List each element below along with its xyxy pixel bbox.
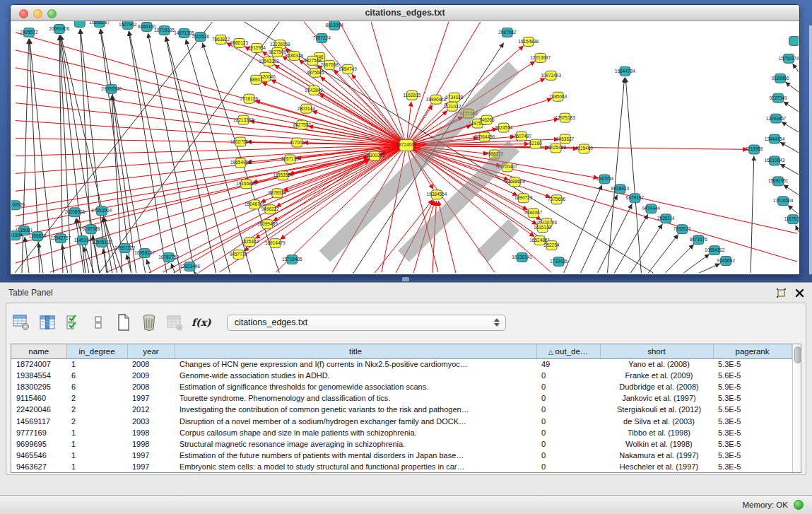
table-cell[interactable]: 0 [536,427,600,438]
table-cell[interactable]: 5.3E-5 [713,358,792,370]
table-cell[interactable]: Tourette syndrome. Phenomenology and cla… [175,392,536,404]
vertical-scrollbar[interactable] [792,344,801,472]
table-row[interactable]: 977716911998Corpus callosum shape and si… [11,427,792,438]
table-cell[interactable]: 2012 [127,404,175,415]
table-cell[interactable]: 18300295 [11,381,66,392]
column-header-out_de[interactable]: △out_de… [536,344,600,358]
table-cell[interactable]: 22420046 [11,404,66,415]
table-settings-button[interactable] [12,313,30,332]
table-cell[interactable]: Jankovic et al. (1997) [600,392,713,404]
table-cell[interactable]: Estimation of significance thresholds fo… [175,381,536,392]
table-cell[interactable]: Hescheler et al. (1997) [600,461,713,472]
table-cell[interactable]: 0 [536,404,600,415]
table-cell[interactable]: 0 [536,438,600,450]
table-cell[interactable]: 5.9E-5 [713,381,792,392]
function-builder-button[interactable]: f(x) [192,313,211,332]
table-cell[interactable]: 1997 [127,450,175,461]
table-cell[interactable]: 5.3E-5 [713,450,792,461]
table-cell[interactable]: Stergiakouli et al. (2012) [600,404,713,415]
table-row[interactable]: 946554611997Estimation of the future num… [11,450,792,461]
table-cell[interactable]: 1 [66,450,127,461]
close-panel-icon[interactable] [794,287,805,298]
table-cell[interactable]: Genome-wide association studies in ADHD. [175,370,536,381]
table-cell[interactable]: Yano et al. (2008) [600,358,713,370]
table-cell[interactable]: 0 [536,370,600,381]
table-cell[interactable]: 5.3E-5 [713,415,792,426]
table-cell[interactable]: 2 [66,392,127,404]
table-cell[interactable]: 2 [66,415,127,426]
table-cell[interactable]: 9777169 [11,427,66,438]
delete-trash-button[interactable] [141,313,158,332]
table-cell[interactable]: Franke et al. (2009) [600,370,713,381]
table-cell[interactable]: 2003 [127,415,175,426]
table-cell[interactable]: 5.5E-5 [713,404,792,415]
table-cell[interactable]: Disruption of a novel member of a sodium… [175,415,536,426]
table-cell[interactable]: 1 [66,427,127,438]
column-header-short[interactable]: short [600,344,713,358]
table-cell[interactable]: 1 [66,461,127,472]
table-cell[interactable]: 5.3E-5 [713,438,792,450]
table-cell[interactable]: 1998 [127,427,175,438]
table-cell[interactable]: Corpus callosum shape and size in male p… [175,427,536,438]
table-cell[interactable]: Tibbo et al. (1998) [600,427,713,438]
column-header-year[interactable]: year [127,344,175,358]
panel-splitter-handle[interactable] [402,277,409,281]
float-panel-icon[interactable] [775,287,787,298]
table-cell[interactable]: Estimation of the future numbers of pati… [175,450,536,461]
clear-selection-button[interactable] [90,313,107,332]
table-cell[interactable]: 9465546 [11,450,66,461]
table-row[interactable]: 1872400712008Changes of HCN gene express… [11,358,792,370]
table-cell[interactable]: 2008 [127,358,175,370]
table-row[interactable]: 1456911722003Disruption of a novel membe… [11,415,792,426]
network-window[interactable]: citations_edges.txt 24055722069140610655… [10,4,800,275]
table-cell[interactable]: Wolkin et al. (1998) [600,438,713,450]
column-header-in_degree[interactable]: in_degree [66,344,127,358]
table-row[interactable]: 969969511998Structural magnetic resonanc… [11,438,792,450]
table-cell[interactable]: Changes of HCN gene expression and I(f) … [175,358,536,370]
table-cell[interactable]: 49 [536,358,600,370]
table-cell[interactable]: 6 [66,370,127,381]
table-cell[interactable]: 1998 [127,438,175,450]
table-cell[interactable]: Dudbridge et al. (2008) [600,381,713,392]
table-row[interactable]: 1938455462009Genome-wide association stu… [11,370,792,381]
table-cell[interactable]: 0 [536,415,600,426]
table-row[interactable]: 911546021997Tourette syndrome. Phenomeno… [11,392,792,404]
table-row[interactable]: 2242004622012Investigating the contribut… [11,404,792,415]
column-header-title[interactable]: title [175,344,536,358]
new-table-button[interactable] [115,313,132,332]
table-cell[interactable]: 2009 [127,370,175,381]
table-cell[interactable]: 2 [66,404,127,415]
table-cell[interactable]: 0 [536,392,600,404]
table-cell[interactable]: Structural magnetic resonance image aver… [175,438,536,450]
table-cell[interactable]: 1997 [127,461,175,472]
table-cell[interactable]: 1 [66,438,127,450]
table-row[interactable]: 1830029562008Estimation of significance … [11,381,792,392]
table-cell[interactable]: 0 [536,381,600,392]
select-all-rows-button[interactable] [64,313,81,332]
table-cell[interactable]: 5.3E-5 [713,392,792,404]
table-cell[interactable]: 1997 [127,392,175,404]
table-cell[interactable]: 0 [536,461,600,472]
column-header-pagerank[interactable]: pagerank [713,344,792,358]
memory-status-dot[interactable] [794,500,804,510]
table-cell[interactable]: 1 [66,358,127,370]
table-selector-dropdown[interactable]: citations_edges.txt [227,315,506,331]
table-cell[interactable]: 9463627 [11,461,66,472]
table-cell[interactable]: 6 [66,381,127,392]
table-cell[interactable]: 0 [536,450,600,461]
table-cell[interactable]: 5.3E-5 [713,461,792,472]
network-canvas[interactable]: 2405572206914061065528715279028466160107… [11,21,799,274]
scrollbar-thumb[interactable] [794,346,801,363]
table-cell[interactable]: 5.6E-5 [713,370,792,381]
table-cell[interactable]: 18724007 [11,358,66,370]
table-cell[interactable]: 5.3E-5 [713,427,792,438]
table-row[interactable]: 946362711997Embryonic stem cells: a mode… [11,461,792,472]
window-titlebar[interactable]: citations_edges.txt [11,5,799,21]
table-cell[interactable]: 2008 [127,381,175,392]
table-cell[interactable]: Investigating the contribution of common… [175,404,536,415]
table-cell[interactable]: 9115460 [11,392,66,404]
table-cell[interactable]: Embryonic stem cells: a model to study s… [175,461,536,472]
show-columns-button[interactable] [39,313,56,332]
column-header-name[interactable]: name [11,344,66,358]
table-cell[interactable]: 14569117 [11,415,66,426]
